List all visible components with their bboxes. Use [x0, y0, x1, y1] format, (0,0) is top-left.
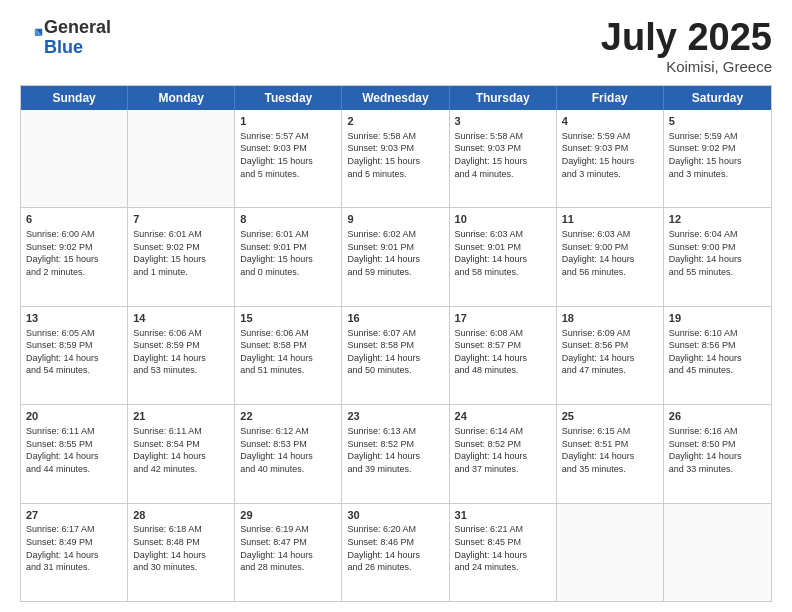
calendar-cell-r1c3: 9Sunrise: 6:02 AM Sunset: 9:01 PM Daylig…: [342, 208, 449, 305]
cell-info: Sunrise: 6:21 AM Sunset: 8:45 PM Dayligh…: [455, 523, 551, 573]
cell-info: Sunrise: 6:18 AM Sunset: 8:48 PM Dayligh…: [133, 523, 229, 573]
calendar-cell-r1c4: 10Sunrise: 6:03 AM Sunset: 9:01 PM Dayli…: [450, 208, 557, 305]
cell-info: Sunrise: 6:10 AM Sunset: 8:56 PM Dayligh…: [669, 327, 766, 377]
day-number: 5: [669, 114, 766, 129]
cell-info: Sunrise: 5:58 AM Sunset: 9:03 PM Dayligh…: [455, 130, 551, 180]
day-number: 11: [562, 212, 658, 227]
logo-general-text: General: [44, 17, 111, 37]
calendar-cell-r3c3: 23Sunrise: 6:13 AM Sunset: 8:52 PM Dayli…: [342, 405, 449, 502]
cell-info: Sunrise: 6:08 AM Sunset: 8:57 PM Dayligh…: [455, 327, 551, 377]
cell-info: Sunrise: 6:02 AM Sunset: 9:01 PM Dayligh…: [347, 228, 443, 278]
calendar-cell-r4c5: [557, 504, 664, 601]
day-number: 9: [347, 212, 443, 227]
day-number: 31: [455, 508, 551, 523]
calendar-cell-r1c2: 8Sunrise: 6:01 AM Sunset: 9:01 PM Daylig…: [235, 208, 342, 305]
calendar-header: SundayMondayTuesdayWednesdayThursdayFrid…: [21, 86, 771, 110]
day-number: 23: [347, 409, 443, 424]
page: General Blue July 2025 Koimisi, Greece S…: [0, 0, 792, 612]
cell-info: Sunrise: 6:11 AM Sunset: 8:55 PM Dayligh…: [26, 425, 122, 475]
cell-info: Sunrise: 5:59 AM Sunset: 9:03 PM Dayligh…: [562, 130, 658, 180]
day-number: 3: [455, 114, 551, 129]
cell-info: Sunrise: 5:59 AM Sunset: 9:02 PM Dayligh…: [669, 130, 766, 180]
month-title: July 2025: [601, 18, 772, 56]
calendar-cell-r0c2: 1Sunrise: 5:57 AM Sunset: 9:03 PM Daylig…: [235, 110, 342, 207]
calendar-cell-r2c0: 13Sunrise: 6:05 AM Sunset: 8:59 PM Dayli…: [21, 307, 128, 404]
calendar-body: 1Sunrise: 5:57 AM Sunset: 9:03 PM Daylig…: [21, 110, 771, 601]
calendar-cell-r4c4: 31Sunrise: 6:21 AM Sunset: 8:45 PM Dayli…: [450, 504, 557, 601]
weekday-header-friday: Friday: [557, 86, 664, 110]
calendar-cell-r2c4: 17Sunrise: 6:08 AM Sunset: 8:57 PM Dayli…: [450, 307, 557, 404]
weekday-header-sunday: Sunday: [21, 86, 128, 110]
day-number: 13: [26, 311, 122, 326]
day-number: 12: [669, 212, 766, 227]
calendar-cell-r2c1: 14Sunrise: 6:06 AM Sunset: 8:59 PM Dayli…: [128, 307, 235, 404]
logo-blue-text: Blue: [44, 37, 83, 57]
day-number: 8: [240, 212, 336, 227]
day-number: 17: [455, 311, 551, 326]
day-number: 30: [347, 508, 443, 523]
day-number: 1: [240, 114, 336, 129]
day-number: 20: [26, 409, 122, 424]
day-number: 25: [562, 409, 658, 424]
cell-info: Sunrise: 6:11 AM Sunset: 8:54 PM Dayligh…: [133, 425, 229, 475]
calendar-cell-r0c1: [128, 110, 235, 207]
cell-info: Sunrise: 6:00 AM Sunset: 9:02 PM Dayligh…: [26, 228, 122, 278]
calendar-cell-r4c2: 29Sunrise: 6:19 AM Sunset: 8:47 PM Dayli…: [235, 504, 342, 601]
calendar-cell-r2c6: 19Sunrise: 6:10 AM Sunset: 8:56 PM Dayli…: [664, 307, 771, 404]
calendar-row-2: 13Sunrise: 6:05 AM Sunset: 8:59 PM Dayli…: [21, 307, 771, 405]
cell-info: Sunrise: 6:01 AM Sunset: 9:02 PM Dayligh…: [133, 228, 229, 278]
day-number: 10: [455, 212, 551, 227]
cell-info: Sunrise: 6:20 AM Sunset: 8:46 PM Dayligh…: [347, 523, 443, 573]
weekday-header-wednesday: Wednesday: [342, 86, 449, 110]
calendar-cell-r2c5: 18Sunrise: 6:09 AM Sunset: 8:56 PM Dayli…: [557, 307, 664, 404]
calendar-cell-r2c3: 16Sunrise: 6:07 AM Sunset: 8:58 PM Dayli…: [342, 307, 449, 404]
cell-info: Sunrise: 6:03 AM Sunset: 9:00 PM Dayligh…: [562, 228, 658, 278]
day-number: 14: [133, 311, 229, 326]
calendar-cell-r3c2: 22Sunrise: 6:12 AM Sunset: 8:53 PM Dayli…: [235, 405, 342, 502]
calendar-cell-r1c0: 6Sunrise: 6:00 AM Sunset: 9:02 PM Daylig…: [21, 208, 128, 305]
calendar-cell-r4c6: [664, 504, 771, 601]
cell-info: Sunrise: 5:58 AM Sunset: 9:03 PM Dayligh…: [347, 130, 443, 180]
cell-info: Sunrise: 6:01 AM Sunset: 9:01 PM Dayligh…: [240, 228, 336, 278]
day-number: 6: [26, 212, 122, 227]
calendar-cell-r0c5: 4Sunrise: 5:59 AM Sunset: 9:03 PM Daylig…: [557, 110, 664, 207]
day-number: 2: [347, 114, 443, 129]
day-number: 15: [240, 311, 336, 326]
calendar-cell-r1c6: 12Sunrise: 6:04 AM Sunset: 9:00 PM Dayli…: [664, 208, 771, 305]
cell-info: Sunrise: 5:57 AM Sunset: 9:03 PM Dayligh…: [240, 130, 336, 180]
calendar-cell-r4c1: 28Sunrise: 6:18 AM Sunset: 8:48 PM Dayli…: [128, 504, 235, 601]
day-number: 19: [669, 311, 766, 326]
day-number: 16: [347, 311, 443, 326]
cell-info: Sunrise: 6:13 AM Sunset: 8:52 PM Dayligh…: [347, 425, 443, 475]
calendar-cell-r3c6: 26Sunrise: 6:16 AM Sunset: 8:50 PM Dayli…: [664, 405, 771, 502]
cell-info: Sunrise: 6:17 AM Sunset: 8:49 PM Dayligh…: [26, 523, 122, 573]
calendar-row-1: 6Sunrise: 6:00 AM Sunset: 9:02 PM Daylig…: [21, 208, 771, 306]
location: Koimisi, Greece: [601, 58, 772, 75]
day-number: 26: [669, 409, 766, 424]
calendar-cell-r0c4: 3Sunrise: 5:58 AM Sunset: 9:03 PM Daylig…: [450, 110, 557, 207]
calendar-row-0: 1Sunrise: 5:57 AM Sunset: 9:03 PM Daylig…: [21, 110, 771, 208]
cell-info: Sunrise: 6:06 AM Sunset: 8:59 PM Dayligh…: [133, 327, 229, 377]
logo-icon: [22, 25, 44, 47]
calendar-cell-r0c6: 5Sunrise: 5:59 AM Sunset: 9:02 PM Daylig…: [664, 110, 771, 207]
day-number: 24: [455, 409, 551, 424]
cell-info: Sunrise: 6:19 AM Sunset: 8:47 PM Dayligh…: [240, 523, 336, 573]
day-number: 4: [562, 114, 658, 129]
calendar-cell-r3c0: 20Sunrise: 6:11 AM Sunset: 8:55 PM Dayli…: [21, 405, 128, 502]
day-number: 7: [133, 212, 229, 227]
day-number: 28: [133, 508, 229, 523]
day-number: 29: [240, 508, 336, 523]
cell-info: Sunrise: 6:07 AM Sunset: 8:58 PM Dayligh…: [347, 327, 443, 377]
calendar-cell-r3c4: 24Sunrise: 6:14 AM Sunset: 8:52 PM Dayli…: [450, 405, 557, 502]
cell-info: Sunrise: 6:05 AM Sunset: 8:59 PM Dayligh…: [26, 327, 122, 377]
cell-info: Sunrise: 6:04 AM Sunset: 9:00 PM Dayligh…: [669, 228, 766, 278]
weekday-header-saturday: Saturday: [664, 86, 771, 110]
cell-info: Sunrise: 6:14 AM Sunset: 8:52 PM Dayligh…: [455, 425, 551, 475]
calendar-cell-r4c3: 30Sunrise: 6:20 AM Sunset: 8:46 PM Dayli…: [342, 504, 449, 601]
day-number: 21: [133, 409, 229, 424]
weekday-header-tuesday: Tuesday: [235, 86, 342, 110]
calendar: SundayMondayTuesdayWednesdayThursdayFrid…: [20, 85, 772, 602]
calendar-cell-r0c0: [21, 110, 128, 207]
cell-info: Sunrise: 6:15 AM Sunset: 8:51 PM Dayligh…: [562, 425, 658, 475]
cell-info: Sunrise: 6:09 AM Sunset: 8:56 PM Dayligh…: [562, 327, 658, 377]
